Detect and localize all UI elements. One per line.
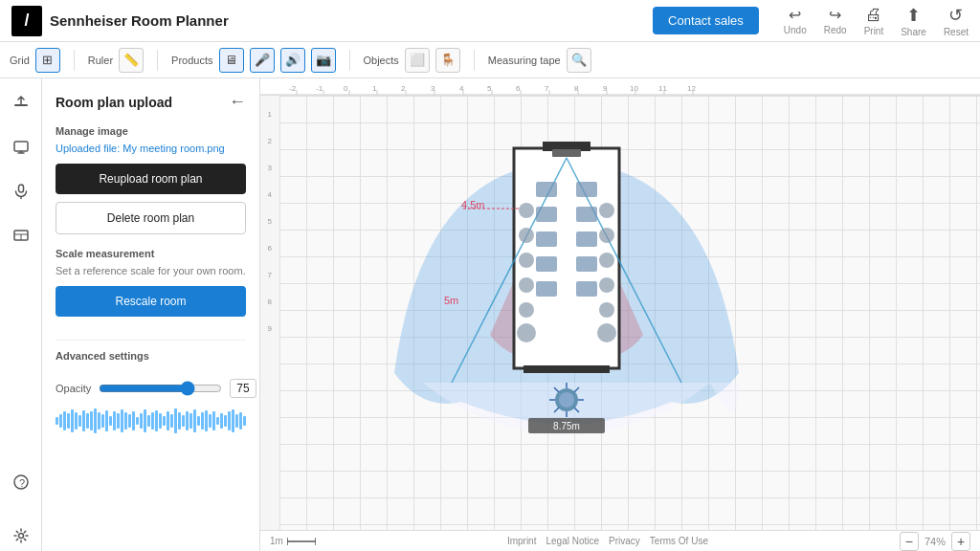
grid-canvas[interactable]: 1 2 3 4 5 6 7 8 9 (279, 96, 980, 530)
svg-point-73 (599, 228, 614, 243)
manage-image-label: Manage image (56, 125, 246, 137)
toolbar-objects-table-btn[interactable]: ⬜ (405, 48, 430, 73)
wave-bar (67, 413, 70, 429)
toolbar-grid-label: Grid (10, 55, 30, 66)
toolbar-products-monitor-btn[interactable]: 🖥 (219, 48, 244, 73)
sidebar-icon-table[interactable] (6, 220, 36, 251)
wave-bar (75, 412, 78, 430)
opacity-slider[interactable] (99, 381, 222, 396)
svg-text:5m: 5m (444, 295, 458, 306)
zoom-in-button[interactable]: + (951, 532, 970, 551)
svg-point-70 (519, 277, 534, 293)
reset-button[interactable]: ↺ Reset (944, 5, 969, 37)
toolbar-products-mic-btn[interactable]: 🎤 (250, 48, 275, 73)
svg-rect-51 (523, 365, 610, 373)
wave-bar (197, 416, 200, 426)
wave-bar (105, 410, 108, 431)
svg-rect-60 (576, 207, 597, 222)
sidebar-icon-display[interactable] (6, 132, 36, 163)
toolbar-measuring-group: Measuring tape 🔍 (488, 48, 591, 73)
footer-legal[interactable]: Legal Notice (546, 536, 599, 546)
share-button[interactable]: ⬆ Share (901, 5, 926, 37)
svg-text:6: 6 (268, 244, 273, 253)
delete-room-plan-button[interactable]: Delete room plan (56, 202, 246, 234)
svg-text:12: 12 (687, 84, 696, 93)
toolbar-products-label: Products (171, 55, 212, 66)
logo-area: / Sennheiser Room Planner (11, 6, 229, 36)
zoom-controls: − 74% + (900, 532, 970, 551)
advanced-settings-label: Advanced settings (56, 350, 246, 362)
redo-button[interactable]: ↪ Redo (824, 6, 847, 35)
wave-bar (243, 416, 246, 426)
rescale-room-button[interactable]: Rescale room (56, 286, 246, 317)
svg-text:-2: -2 (289, 84, 297, 93)
print-button[interactable]: 🖨 Print (864, 5, 884, 36)
toolbar-grid-btn[interactable]: ⊞ (35, 48, 60, 73)
scale-description: Set a reference scale for your own room. (56, 265, 246, 276)
toolbar-objects-label: Objects (364, 55, 399, 66)
wave-bar (90, 411, 93, 430)
zoom-out-button[interactable]: − (900, 532, 919, 551)
svg-point-69 (519, 253, 534, 268)
sidebar-icon-help[interactable]: ? (6, 467, 36, 497)
reupload-room-plan-button[interactable]: Reupload room plan (56, 164, 246, 194)
uploaded-file-prefix: Uploaded file: (56, 143, 122, 154)
wave-bar (155, 410, 158, 431)
svg-rect-58 (576, 182, 597, 197)
wave-bar (163, 416, 166, 426)
wave-bar (101, 414, 104, 428)
svg-rect-65 (536, 281, 557, 297)
room-diagram: 4.5m 5m (366, 105, 768, 551)
svg-text:-1: -1 (316, 84, 323, 93)
header: / Sennheiser Room Planner Contact sales … (0, 0, 980, 42)
toolbar-divider-3 (349, 50, 350, 71)
header-actions: ↩ Undo ↪ Redo 🖨 Print ⬆ Share ↺ Reset (784, 5, 969, 37)
uploaded-file-info: Uploaded file: My meeting room.png (56, 143, 246, 154)
toolbar-products-camera-btn[interactable]: 📷 (311, 48, 336, 73)
toolbar-products-speaker-btn[interactable]: 🔊 (280, 48, 305, 73)
scale-label: 1m (270, 536, 283, 546)
wave-bar (167, 411, 169, 430)
wave-bar (239, 412, 242, 430)
toolbar-objects-group: Objects ⬜ 🪑 (364, 48, 460, 73)
wave-bar (86, 413, 89, 429)
footer-links: Imprint Legal Notice Privacy Terms Of Us… (507, 536, 708, 546)
svg-rect-63 (536, 256, 557, 272)
wave-bar (59, 414, 62, 428)
wave-bar (201, 412, 204, 430)
wave-bar (144, 409, 146, 432)
wave-bar (220, 413, 223, 429)
svg-text:0: 0 (344, 84, 348, 93)
sidebar-icon-settings[interactable] (6, 520, 36, 551)
sidebar-icon-mic[interactable] (6, 176, 36, 207)
sidebar-icon-upload[interactable] (6, 88, 36, 119)
footer-terms[interactable]: Terms Of Use (650, 536, 708, 546)
footer-imprint[interactable]: Imprint (507, 536, 537, 546)
toolbar-objects-chair-btn[interactable]: 🪑 (435, 48, 460, 73)
panel-back-button[interactable]: ← (229, 92, 246, 112)
toolbar-ruler-label: Ruler (88, 55, 113, 66)
svg-text:5: 5 (487, 84, 492, 93)
reset-label: Reset (944, 27, 969, 37)
undo-button[interactable]: ↩ Undo (784, 6, 807, 35)
scale-indicator: 1m (270, 536, 316, 546)
section-divider (56, 340, 246, 341)
wave-bar (170, 414, 173, 428)
wave-bar (98, 412, 100, 430)
svg-point-68 (519, 228, 534, 243)
wave-bar (71, 409, 74, 432)
svg-text:7: 7 (545, 84, 549, 93)
contact-sales-button[interactable]: Contact sales (653, 7, 759, 34)
redo-icon: ↪ (829, 6, 841, 24)
svg-point-75 (599, 277, 614, 293)
canvas-area[interactable]: -2 -1 0 1 2 3 4 5 6 7 8 9 10 11 12 (260, 78, 980, 551)
toolbar: Grid ⊞ Ruler 📏 Products 🖥 🎤 🔊 📷 Objects … (0, 42, 980, 78)
svg-text:5: 5 (268, 217, 273, 226)
redo-label: Redo (824, 25, 847, 35)
toolbar-measuring-search-btn[interactable]: 🔍 (567, 48, 591, 73)
footer-privacy[interactable]: Privacy (609, 536, 640, 546)
wave-bar (121, 409, 123, 432)
svg-rect-66 (576, 281, 597, 297)
toolbar-ruler-btn[interactable]: 📏 (119, 48, 144, 73)
toolbar-divider-2 (157, 50, 158, 71)
